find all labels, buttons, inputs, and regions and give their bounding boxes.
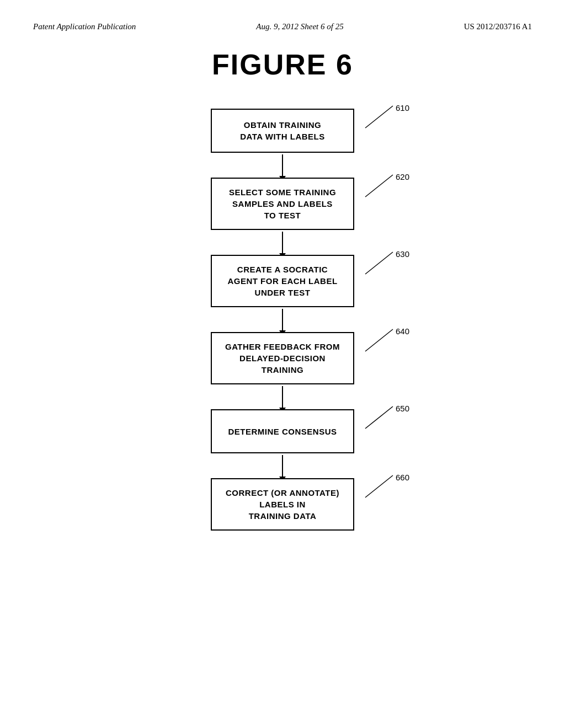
box-650-text: DETERMINE CONSENSUS bbox=[228, 426, 337, 437]
box-row-660: CORRECT (OR ANNOTATE) LABELS IN TRAINING… bbox=[33, 478, 532, 531]
box-660-text: CORRECT (OR ANNOTATE) LABELS IN TRAINING… bbox=[226, 487, 339, 522]
flow-item-640: GATHER FEEDBACK FROM DELAYED-DECISION TR… bbox=[33, 332, 532, 384]
figure-title: FIGURE 6 bbox=[33, 48, 532, 81]
ref-660-container: 660 bbox=[363, 473, 409, 500]
page-header: Patent Application Publication Aug. 9, 2… bbox=[33, 22, 532, 31]
box-630: CREATE A SOCRATIC AGENT FOR EACH LABEL U… bbox=[211, 255, 354, 307]
arrow-5 bbox=[282, 455, 283, 477]
ref-630-label: 630 bbox=[396, 249, 409, 259]
svg-line-1 bbox=[365, 175, 393, 197]
connector-3 bbox=[282, 307, 283, 332]
connector-4 bbox=[282, 384, 283, 409]
arrow-3 bbox=[282, 309, 283, 331]
svg-line-3 bbox=[365, 329, 393, 351]
arrow-4 bbox=[282, 386, 283, 408]
box-row-650: DETERMINE CONSENSUS 650 bbox=[33, 409, 532, 453]
ref-640-container: 640 bbox=[363, 326, 409, 354]
header-patent-number: US 2012/203716 A1 bbox=[464, 22, 532, 31]
box-630-text: CREATE A SOCRATIC AGENT FOR EACH LABEL U… bbox=[227, 264, 337, 298]
box-610-text: OBTAIN TRAINING DATA WITH LABELS bbox=[240, 119, 325, 142]
flow-item-650: DETERMINE CONSENSUS 650 bbox=[33, 409, 532, 453]
box-row-640: GATHER FEEDBACK FROM DELAYED-DECISION TR… bbox=[33, 332, 532, 384]
box-620-text: SELECT SOME TRAINING SAMPLES AND LABELS … bbox=[229, 186, 336, 221]
connector-2 bbox=[282, 230, 283, 255]
connector-5 bbox=[282, 453, 283, 478]
box-640: GATHER FEEDBACK FROM DELAYED-DECISION TR… bbox=[211, 332, 354, 384]
arrow-1 bbox=[282, 154, 283, 176]
ref-620-container: 620 bbox=[363, 172, 409, 200]
ref-660-label: 660 bbox=[396, 473, 409, 482]
header-date-sheet: Aug. 9, 2012 Sheet 6 of 25 bbox=[256, 22, 343, 31]
ref-630-container: 630 bbox=[363, 249, 409, 277]
arrow-2 bbox=[282, 232, 283, 254]
box-620: SELECT SOME TRAINING SAMPLES AND LABELS … bbox=[211, 178, 354, 230]
ref-610-label: 610 bbox=[396, 103, 409, 113]
flow-item-630: CREATE A SOCRATIC AGENT FOR EACH LABEL U… bbox=[33, 255, 532, 307]
svg-line-4 bbox=[365, 406, 393, 429]
box-row-610: OBTAIN TRAINING DATA WITH LABELS 610 bbox=[33, 109, 532, 153]
header-publication: Patent Application Publication bbox=[33, 22, 136, 31]
flow-item-610: OBTAIN TRAINING DATA WITH LABELS 610 bbox=[33, 109, 532, 153]
flow-item-620: SELECT SOME TRAINING SAMPLES AND LABELS … bbox=[33, 178, 532, 230]
box-660: CORRECT (OR ANNOTATE) LABELS IN TRAINING… bbox=[211, 478, 354, 531]
connector-1 bbox=[282, 153, 283, 178]
page: Patent Application Publication Aug. 9, 2… bbox=[0, 0, 565, 728]
svg-line-2 bbox=[365, 252, 393, 274]
box-650: DETERMINE CONSENSUS bbox=[211, 409, 354, 453]
ref-650-label: 650 bbox=[396, 404, 409, 413]
flowchart: OBTAIN TRAINING DATA WITH LABELS 610 SEL… bbox=[33, 109, 532, 531]
flow-item-660: CORRECT (OR ANNOTATE) LABELS IN TRAINING… bbox=[33, 478, 532, 531]
box-640-text: GATHER FEEDBACK FROM DELAYED-DECISION TR… bbox=[225, 341, 340, 376]
ref-650-container: 650 bbox=[363, 404, 409, 431]
ref-620-label: 620 bbox=[396, 172, 409, 181]
box-row-630: CREATE A SOCRATIC AGENT FOR EACH LABEL U… bbox=[33, 255, 532, 307]
box-row-620: SELECT SOME TRAINING SAMPLES AND LABELS … bbox=[33, 178, 532, 230]
box-610: OBTAIN TRAINING DATA WITH LABELS bbox=[211, 109, 354, 153]
ref-640-label: 640 bbox=[396, 326, 409, 336]
ref-610-container: 610 bbox=[363, 103, 409, 131]
svg-line-5 bbox=[365, 475, 393, 497]
svg-line-0 bbox=[365, 106, 393, 128]
